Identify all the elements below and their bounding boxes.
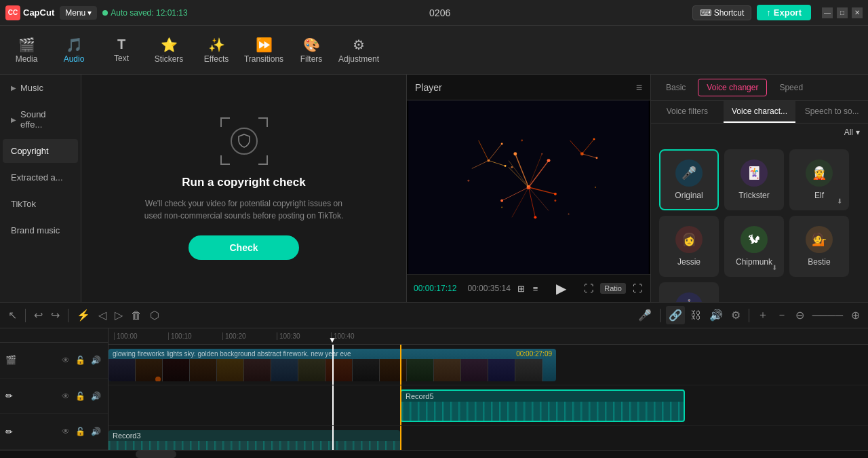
toolbar-item-effects[interactable]: ✨ Effects [193, 28, 240, 72]
more-link-btn[interactable]: ⚙ [728, 306, 743, 324]
tab-speech-to-song[interactable]: Speech to so... [795, 101, 868, 123]
all-filter-row: All ▾ [651, 123, 868, 141]
tab-voice-characters[interactable]: Voice charact... [724, 101, 796, 123]
shield-circle [231, 128, 258, 155]
toolbar-item-transitions[interactable]: ⏩ Transitions [240, 28, 288, 72]
zoom-slider[interactable]: ──── [810, 307, 846, 324]
crop-tool-button[interactable]: ⬡ [147, 306, 162, 324]
grid-view-button[interactable]: ⊞ [516, 282, 526, 295]
corner-tl [220, 117, 230, 127]
minimize-button[interactable]: — [822, 7, 833, 18]
playhead[interactable] [332, 345, 334, 385]
voice-card-bestie[interactable]: 💁 Bestie [789, 216, 849, 277]
select-tool-button[interactable]: ↖ [5, 306, 20, 324]
audio-record-button[interactable]: 🎤 [635, 306, 654, 324]
transitions-icon: ⏩ [256, 37, 273, 53]
play-button[interactable]: ▶ [555, 279, 568, 298]
ruler-spacer [0, 328, 108, 343]
original-label: Original [675, 191, 703, 200]
sidebar-item-music[interactable]: ▶ Music [3, 76, 78, 100]
audio2-lock-button[interactable]: 🔓 [74, 425, 87, 438]
video-mute-button[interactable]: 🔊 [90, 354, 102, 366]
zoom-out-button[interactable]: ⊖ [793, 306, 807, 324]
tab-speed[interactable]: Speed [771, 79, 811, 96]
tab-basic[interactable]: Basic [658, 79, 694, 96]
fullscreen-button[interactable]: ⛶ [631, 282, 644, 295]
sidebar-item-tiktok[interactable]: TikTok [3, 192, 78, 216]
audio2-hide-button[interactable]: 👁 [60, 425, 71, 438]
sidebar-item-sound-effects[interactable]: ▶ Sound effe... [3, 102, 78, 136]
toolbar-item-audio[interactable]: 🎵 Audio [50, 28, 98, 72]
delete-button[interactable]: 🗑 [128, 307, 144, 324]
elf-icon: 🧝 [806, 159, 833, 187]
trim-left-button[interactable]: ◁ [96, 306, 109, 324]
fit-button[interactable]: ⊕ [848, 306, 863, 324]
audio1-lock-button[interactable]: 🔓 [74, 390, 87, 402]
audio1-hide-button[interactable]: 👁 [60, 390, 71, 402]
voice-card-robot[interactable]: 🤖 Robot [659, 282, 719, 302]
sidebar-item-copyright[interactable]: Copyright [3, 139, 78, 163]
remove-track-button[interactable]: － [774, 305, 790, 325]
check-button[interactable]: Check [189, 235, 298, 260]
tab-voice-filters[interactable]: Voice filters [651, 101, 724, 123]
all-filter-label: All [844, 128, 853, 137]
toolbar-item-media[interactable]: 🎬 Media [3, 28, 50, 72]
svg-point-11 [500, 199, 503, 202]
toolbar-item-filters[interactable]: 🎨 Filters [288, 28, 335, 72]
export-icon: ↑ [766, 7, 771, 18]
player-menu-button[interactable]: ≡ [636, 81, 642, 94]
video-track-label: 🎬 👁 🔓 🔊 [0, 343, 108, 379]
topbar-right: ⌨ Shortcut ↑ Export — □ ✕ [692, 5, 863, 20]
magnetic-btn[interactable]: 🔗 [666, 306, 685, 324]
toolbar-item-stickers[interactable]: ⭐ Stickers [145, 28, 193, 72]
undo-button[interactable]: ↩ [31, 306, 45, 324]
voice-card-trickster[interactable]: 🃏 Trickster [724, 149, 784, 210]
timeline-toolbar: ↖ ↩ ↪ ⚡ ◁ ▷ 🗑 ⬡ 🎤 🔗 ⛓ 🔊 ⚙ ＋ － ⊖ ──── ⊕ [0, 303, 868, 328]
arrow-icon: ▶ [11, 84, 16, 92]
redo-button[interactable]: ↪ [48, 306, 62, 324]
tab-voice-changer[interactable]: Voice changer [698, 79, 767, 96]
jessie-label: Jessie [677, 257, 701, 267]
record5-label: Record5 [401, 391, 684, 402]
video-track-icon: 🎬 [5, 355, 16, 365]
toolbar-item-adjustment[interactable]: ⚙ Adjustment [335, 28, 382, 72]
audio-link-btn[interactable]: 🔊 [707, 306, 726, 324]
svg-point-30 [467, 180, 469, 182]
close-button[interactable]: ✕ [852, 7, 863, 18]
video-hide-button[interactable]: 👁 [60, 354, 71, 366]
chipmunk-download-icon: ⬇ [772, 264, 777, 271]
video-lock-button[interactable]: 🔓 [74, 354, 87, 366]
adjustment-icon: ⚙ [353, 37, 365, 53]
project-id: 0206 [193, 7, 687, 18]
autosave-status: Auto saved: 12:01:13 [102, 8, 187, 18]
voice-card-elf[interactable]: 🧝 Elf ⬇ [789, 149, 849, 210]
timeline-scrollbar[interactable] [0, 450, 868, 458]
ratio-button[interactable]: Ratio [600, 283, 626, 294]
voice-card-original[interactable]: 🎤 Original [659, 149, 719, 210]
menu-button[interactable]: Menu ▾ [60, 6, 97, 20]
crop-button[interactable]: ⛶ [583, 282, 595, 295]
trim-right-button[interactable]: ▷ [112, 306, 125, 324]
record3-clip[interactable]: Record3 [108, 430, 400, 450]
bestie-icon: 💁 [806, 226, 833, 253]
add-track-button[interactable]: ＋ [755, 305, 771, 325]
record5-clip[interactable]: Record5 [400, 389, 685, 422]
split-button[interactable]: ⚡ [74, 306, 93, 324]
sidebar-item-extracted[interactable]: Extracted a... [3, 166, 78, 189]
link-btn[interactable]: ⛓ [688, 307, 704, 324]
voice-card-jessie[interactable]: 👩 Jessie [659, 216, 719, 277]
list-view-button[interactable]: ≡ [532, 282, 540, 295]
shortcut-button[interactable]: ⌨ Shortcut [692, 5, 752, 20]
voice-card-chipmunk[interactable]: 🐿 Chipmunk ⬇ [724, 216, 784, 277]
sidebar-item-brand-music[interactable]: Brand music [3, 218, 78, 242]
separator [25, 309, 26, 322]
audio1-mute-button[interactable]: 🔊 [90, 390, 102, 402]
toolbar-item-text[interactable]: T Text [98, 28, 145, 72]
maximize-button[interactable]: □ [837, 7, 848, 18]
export-button[interactable]: ↑ Export [757, 5, 811, 20]
toolbar-stickers-label: Stickers [155, 54, 184, 64]
record3-waveform [108, 441, 400, 450]
audio2-mute-button[interactable]: 🔊 [90, 425, 102, 438]
sidebar-extracted-label: Extracted a... [11, 172, 63, 183]
player-header: Player ≡ [407, 75, 650, 100]
